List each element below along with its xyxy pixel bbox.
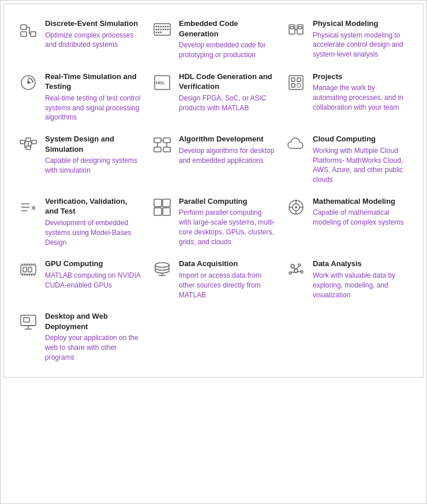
svg-point-86 xyxy=(155,263,169,267)
svg-rect-48 xyxy=(154,138,161,143)
item-text-parallel: Parallel Computing Perform parallel comp… xyxy=(179,196,276,247)
svg-rect-40 xyxy=(32,140,36,144)
parallel-icon xyxy=(151,196,173,218)
item-discrete-event-simulation: Discrete-Event Simulation Optimize compl… xyxy=(13,13,147,66)
svg-rect-39 xyxy=(26,138,31,141)
item-text-dataacq: Data Acquisition Import or access data f… xyxy=(179,259,276,300)
svg-rect-60 xyxy=(154,199,162,207)
item-desc-sysdesign: Capable of designing systems with simula… xyxy=(45,156,142,176)
item-title-dataanalysis: Data Analysis xyxy=(313,259,410,269)
item-desktop-web-deployment: Desktop and Web Deployment Deploy your a… xyxy=(13,305,147,368)
svg-rect-62 xyxy=(154,208,162,215)
svg-text:HDL: HDL xyxy=(156,80,166,85)
item-desc-realtime: Real-time testing of test control system… xyxy=(45,94,142,122)
item-desc-parallel: Perform parallel computing with large-sc… xyxy=(179,208,276,247)
svg-rect-37 xyxy=(297,84,301,87)
svg-point-90 xyxy=(298,264,301,266)
item-text-gpu: GPU Computing MATLAB computing on NVIDIA… xyxy=(45,259,142,290)
gpu-icon xyxy=(17,259,39,281)
item-mathematical-modeling: Mathematical Modeling Capable of mathema… xyxy=(280,191,414,253)
item-data-acquisition: Data Acquisition Import or access data f… xyxy=(147,253,280,305)
item-projects: Projects Manage the work by automating p… xyxy=(280,66,414,128)
svg-rect-34 xyxy=(291,78,295,81)
item-text-realtime: Real-Time Simulation and Testing Real-ti… xyxy=(45,72,142,122)
item-text-algorithm: Algorithm Development Develop algorithms… xyxy=(179,134,276,165)
item-title-embedded: Embedded Code Generation xyxy=(179,18,276,39)
svg-rect-51 xyxy=(163,147,170,152)
projects-icon xyxy=(285,72,307,94)
item-hdl-code: HDL HDL Code Generation and Verification… xyxy=(147,66,280,128)
item-desc-algorithm: Develop algorithms for desktop and embed… xyxy=(179,146,276,166)
item-text-dataanalysis: Data Analysis Work with valuable data by… xyxy=(313,259,410,300)
svg-point-89 xyxy=(291,264,294,268)
dataacq-icon xyxy=(151,259,173,281)
svg-rect-0 xyxy=(21,25,27,29)
item-realtime-simulation: Real-Time Simulation and Testing Real-ti… xyxy=(13,66,147,128)
algorithm-icon xyxy=(151,134,173,156)
item-title-verification: Verification, Validation, and Test xyxy=(45,196,142,216)
item-desc-mathmodeling: Capable of mathematical modeling of comp… xyxy=(313,208,410,227)
svg-rect-63 xyxy=(163,208,170,215)
item-title-discrete: Discrete-Event Simulation xyxy=(45,18,142,29)
svg-rect-98 xyxy=(21,315,36,326)
deployment-icon xyxy=(17,311,39,333)
item-title-realtime: Real-Time Simulation and Testing xyxy=(45,72,142,92)
item-title-sysdesign: System Design and Simulation xyxy=(45,134,142,154)
item-embedded-code-generation: Embedded Code Generation Develop embedde… xyxy=(147,13,280,66)
dataanalysis-icon xyxy=(285,259,307,281)
verification-icon xyxy=(17,196,39,218)
svg-point-66 xyxy=(295,206,297,208)
item-title-deployment: Desktop and Web Deployment xyxy=(45,311,142,331)
item-system-design: System Design and Simulation Capable of … xyxy=(13,128,147,191)
item-title-projects: Projects xyxy=(313,72,410,82)
item-verification: Verification, Validation, and Test Devel… xyxy=(13,191,147,253)
item-desc-dataacq: Import or access data from other sources… xyxy=(179,271,276,300)
svg-rect-50 xyxy=(154,147,161,152)
item-text-sysdesign: System Design and Simulation Capable of … xyxy=(45,134,142,176)
svg-rect-36 xyxy=(291,84,295,87)
item-title-gpu: GPU Computing xyxy=(45,259,142,269)
mathmodeling-icon xyxy=(285,196,307,218)
item-title-cloud: Cloud Computing xyxy=(313,134,410,144)
item-text-hdl: HDL Code Generation and Verification Des… xyxy=(179,72,276,113)
item-title-algorithm: Algorithm Development xyxy=(179,134,276,144)
svg-line-47 xyxy=(31,142,32,148)
svg-line-96 xyxy=(290,272,296,272)
item-title-parallel: Parallel Computing xyxy=(179,196,276,207)
embedded-icon xyxy=(151,18,173,40)
discrete-icon xyxy=(17,18,39,40)
item-desc-physical: Physical system modeling to accelerate c… xyxy=(313,31,410,59)
physical-icon xyxy=(285,18,307,40)
item-physical-modeling: Physical Modeling Physical system modeli… xyxy=(280,13,414,66)
item-text-projects: Projects Manage the work by automating p… xyxy=(313,72,410,113)
item-title-mathmodeling: Mathematical Modeling xyxy=(313,196,410,207)
sysdesign-icon xyxy=(17,134,39,156)
cloud-icon xyxy=(285,134,307,156)
svg-rect-5 xyxy=(31,32,36,36)
item-desc-gpu: MATLAB computing on NVIDIA CUDA-enabled … xyxy=(45,271,142,290)
item-desc-cloud: Working with Multiple Cloud Platforms- M… xyxy=(313,146,410,185)
item-parallel-computing: Parallel Computing Perform parallel comp… xyxy=(147,191,280,253)
item-title-physical: Physical Modeling xyxy=(313,18,410,29)
item-data-analysis: Data Analysis Work with valuable data by… xyxy=(280,253,414,305)
item-text-verification: Verification, Validation, and Test Devel… xyxy=(45,196,142,247)
item-title-hdl: HDL Code Generation and Verification xyxy=(179,72,276,92)
item-desc-dataanalysis: Work with valuable data by exploring, mo… xyxy=(313,271,410,300)
hdl-icon: HDL xyxy=(151,72,173,94)
svg-rect-72 xyxy=(23,267,27,272)
svg-rect-25 xyxy=(298,27,302,29)
item-desc-deployment: Deploy your application on the web to sh… xyxy=(45,333,142,362)
svg-rect-1 xyxy=(21,32,27,36)
item-text-deployment: Desktop and Web Deployment Deploy your a… xyxy=(45,311,142,362)
item-gpu-computing: GPU Computing MATLAB computing on NVIDIA… xyxy=(13,253,147,305)
item-desc-discrete: Optimize complex processes and distribut… xyxy=(45,31,142,50)
svg-rect-99 xyxy=(24,318,29,322)
svg-point-30 xyxy=(28,81,29,83)
item-desc-projects: Manage the work by automating processes,… xyxy=(313,83,410,112)
svg-rect-49 xyxy=(163,138,170,143)
realtime-icon xyxy=(17,72,39,94)
item-cloud-computing: Cloud Computing Working with Multiple Cl… xyxy=(280,128,414,191)
svg-rect-73 xyxy=(28,267,32,272)
features-grid: Discrete-Event Simulation Optimize compl… xyxy=(7,7,420,374)
item-text-physical: Physical Modeling Physical system modeli… xyxy=(313,18,410,59)
